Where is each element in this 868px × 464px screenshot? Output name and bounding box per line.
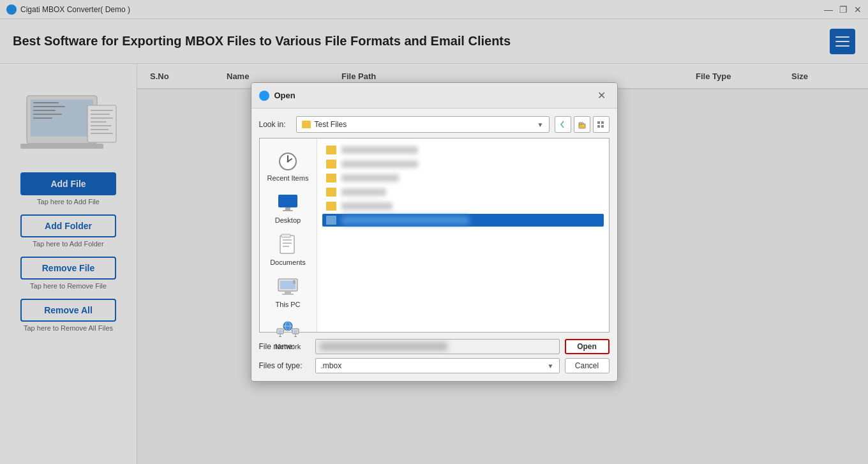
file-folder-icon-3: [326, 174, 336, 183]
svg-rect-19: [601, 121, 604, 124]
open-button[interactable]: Open: [565, 339, 610, 354]
browser-sidebar: Recent Items Desktop: [260, 138, 317, 332]
svg-rect-37: [282, 294, 294, 295]
lookin-dropdown[interactable]: Test Files ▼: [296, 116, 550, 133]
file-item-4[interactable]: [322, 186, 604, 198]
filename-input-container: [315, 339, 560, 354]
open-dialog: Open ✕ Look in: Test Files ▼: [251, 82, 618, 382]
file-name-6: [341, 216, 469, 225]
lookin-actions: [555, 116, 610, 133]
svg-rect-44: [294, 330, 297, 333]
file-item-2[interactable]: [322, 158, 604, 170]
file-folder-icon: [326, 146, 336, 154]
svg-rect-46: [294, 336, 297, 337]
filetype-value: .mbox: [321, 361, 342, 370]
svg-rect-21: [601, 125, 604, 128]
thispc-icon: [276, 275, 299, 298]
svg-rect-33: [281, 234, 290, 237]
lookin-row: Look in: Test Files ▼: [259, 116, 610, 133]
file-name-3: [341, 174, 399, 182]
network-icon: [276, 317, 299, 340]
recent-label: Recent Items: [267, 174, 309, 182]
svg-rect-18: [597, 121, 600, 124]
sidebar-item-recent[interactable]: Recent Items: [262, 145, 313, 186]
file-name-5: [341, 202, 393, 210]
file-folder-icon-4: [326, 188, 336, 197]
dialog-title-left: Open: [259, 91, 296, 101]
svg-point-25: [287, 161, 289, 163]
file-folder-icon-2: [326, 160, 336, 168]
view-options-button[interactable]: [593, 116, 610, 133]
up-folder-button[interactable]: [574, 116, 590, 133]
file-item-1[interactable]: [322, 144, 604, 156]
lookin-value: Test Files: [315, 120, 347, 129]
filename-label: File name:: [259, 342, 310, 351]
file-list: [317, 138, 609, 332]
svg-rect-26: [278, 195, 297, 207]
filetype-row: Files of type: .mbox ▼ Cancel: [259, 358, 610, 373]
lookin-label: Look in:: [259, 120, 291, 129]
desktop-label: Desktop: [275, 216, 301, 224]
cancel-button[interactable]: Cancel: [565, 358, 610, 373]
svg-rect-40: [278, 330, 282, 333]
filetype-dropdown[interactable]: .mbox ▼: [315, 358, 560, 373]
svg-rect-20: [597, 125, 600, 128]
dialog-app-icon: [259, 91, 269, 101]
dialog-body: Look in: Test Files ▼: [251, 109, 617, 381]
svg-rect-42: [279, 336, 281, 337]
sidebar-item-documents[interactable]: Documents: [262, 229, 313, 270]
dialog-titlebar: Open ✕: [251, 83, 617, 109]
view-icon: [597, 120, 606, 129]
file-name-4: [341, 188, 386, 196]
file-item-3[interactable]: [322, 172, 604, 184]
recent-icon: [276, 149, 299, 172]
svg-rect-36: [285, 291, 291, 294]
svg-rect-38: [293, 280, 296, 284]
dialog-overlay: Open ✕ Look in: Test Files ▼: [0, 0, 868, 464]
dialog-title-text: Open: [274, 91, 296, 100]
file-item-6-selected[interactable]: [322, 214, 604, 227]
svg-rect-29: [280, 236, 294, 253]
dialog-close-button[interactable]: ✕: [594, 88, 610, 103]
filetype-arrow-icon: ▼: [548, 363, 554, 370]
svg-rect-27: [285, 207, 290, 210]
desktop-icon: [276, 191, 299, 214]
up-icon: [578, 120, 587, 129]
file-folder-icon-6: [326, 216, 336, 225]
svg-rect-28: [283, 210, 293, 211]
file-browser: Recent Items Desktop: [259, 138, 610, 333]
svg-rect-17: [579, 123, 582, 124]
documents-label: Documents: [270, 258, 306, 266]
documents-icon: [276, 233, 299, 256]
file-item-5[interactable]: [322, 200, 604, 213]
sidebar-item-desktop[interactable]: Desktop: [262, 187, 313, 228]
file-name-2: [341, 160, 418, 168]
back-icon: [558, 120, 567, 129]
dropdown-arrow-icon: ▼: [537, 121, 544, 128]
go-back-button[interactable]: [555, 116, 571, 133]
thispc-label: This PC: [275, 301, 300, 308]
file-folder-icon-5: [326, 202, 336, 211]
sidebar-item-thispc[interactable]: This PC: [262, 271, 313, 312]
folder-icon: [302, 121, 311, 128]
filename-blurred-content: [320, 342, 447, 351]
filetype-label: Files of type:: [259, 361, 310, 370]
file-name-1: [341, 146, 418, 154]
